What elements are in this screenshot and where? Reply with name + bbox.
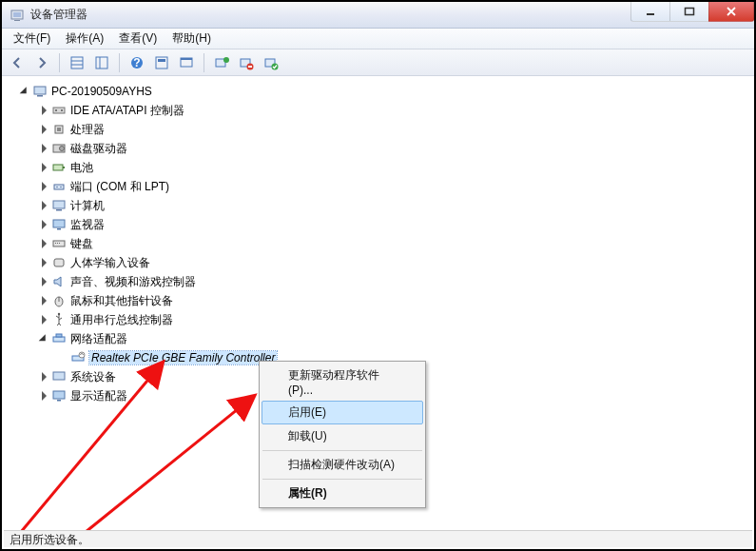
tree-item-label: 网络适配器 [70, 331, 127, 347]
svg-rect-50 [56, 334, 62, 337]
tree-item-label: 处理器 [70, 122, 105, 138]
tree-item-network[interactable]: 网络适配器 [6, 329, 750, 348]
expander-right-icon[interactable] [38, 105, 49, 116]
cm-update-driver[interactable]: 更新驱动程序软件(P)... [262, 364, 423, 401]
window-icon[interactable] [175, 52, 198, 73]
tree-item[interactable]: 键盘 [6, 234, 750, 253]
tree-item[interactable]: 人体学输入设备 [6, 253, 750, 272]
svg-rect-54 [53, 391, 65, 399]
toolbar: ? [2, 49, 754, 76]
cm-properties-label: 属性(R) [288, 486, 327, 500]
view-list-icon[interactable] [66, 52, 88, 73]
back-button[interactable] [6, 52, 29, 73]
svg-rect-44 [59, 243, 60, 244]
cpu-icon [51, 122, 67, 137]
expander-right-icon[interactable] [38, 181, 49, 192]
window-buttons [631, 2, 754, 28]
svg-text:?: ? [133, 56, 140, 69]
tree-item[interactable]: 电池 [6, 158, 750, 177]
expander-right-icon[interactable] [38, 124, 49, 135]
forward-button[interactable] [30, 52, 53, 73]
close-button[interactable] [708, 2, 754, 22]
tree-item-label: 端口 (COM 和 LPT) [70, 179, 169, 195]
expander-down-icon[interactable] [19, 86, 30, 97]
view-detail-icon[interactable] [90, 52, 113, 73]
svg-rect-55 [57, 400, 61, 402]
tree-item[interactable]: 声音、视频和游戏控制器 [6, 272, 750, 291]
svg-rect-5 [71, 57, 83, 69]
cm-enable[interactable]: 启用(E) [262, 401, 423, 424]
cm-scan[interactable]: 扫描检测硬件改动(A) [262, 453, 423, 477]
keyboard-icon [51, 236, 67, 251]
tree-item[interactable]: 监视器 [6, 215, 750, 234]
svg-rect-34 [54, 185, 64, 189]
tree-item-label: IDE ATA/ATAPI 控制器 [70, 103, 184, 119]
menu-view[interactable]: 查看(V) [111, 29, 165, 49]
expander-right-icon[interactable] [38, 257, 49, 268]
tree-item[interactable]: 处理器 [6, 120, 750, 139]
expander-down-icon[interactable] [38, 333, 49, 344]
scan-icon[interactable] [210, 52, 233, 73]
network-adapter-icon [70, 350, 86, 365]
usb-icon [51, 312, 67, 327]
tree-item-label: 鼠标和其他指针设备 [70, 293, 173, 309]
expander-right-icon[interactable] [38, 371, 49, 383]
network-icon [51, 331, 67, 346]
tree-item[interactable]: 计算机 [6, 196, 750, 215]
svg-rect-3 [647, 13, 654, 15]
tree-item[interactable]: IDE ATA/ATAPI 控制器 [6, 101, 750, 120]
expander-right-icon[interactable] [38, 390, 49, 402]
tree-item-label: 通用串行总线控制器 [70, 312, 173, 328]
menu-action[interactable]: 操作(A) [58, 29, 111, 49]
svg-point-26 [55, 109, 57, 111]
expander-right-icon[interactable] [38, 295, 49, 306]
context-menu: 更新驱动程序软件(P)... 启用(E) 卸载(U) 扫描检测硬件改动(A) 属… [259, 361, 426, 508]
menu-help[interactable]: 帮助(H) [165, 29, 219, 49]
tree-item[interactable]: 磁盘驱动器 [6, 139, 750, 158]
tree-root[interactable]: PC-20190509AYHS [6, 82, 750, 101]
svg-rect-33 [63, 167, 65, 168]
svg-rect-8 [96, 57, 107, 69]
expander-right-icon[interactable] [38, 219, 49, 230]
svg-point-17 [223, 57, 229, 63]
tree-item-label: 人体学输入设备 [70, 255, 150, 271]
tree-item-label: 显示适配器 [70, 388, 127, 404]
svg-rect-45 [54, 259, 64, 266]
monitor-icon [51, 217, 67, 232]
svg-rect-2 [14, 20, 20, 21]
cm-uninstall[interactable]: 卸载(U) [262, 424, 423, 448]
expander-right-icon[interactable] [38, 162, 49, 173]
expander-right-icon[interactable] [38, 143, 49, 154]
tree-device-label: Realtek PCIe GBE Family Controller [89, 351, 277, 364]
tree-item-label: 键盘 [70, 236, 93, 252]
expander-right-icon[interactable] [38, 314, 49, 325]
svg-point-36 [60, 187, 62, 188]
svg-rect-23 [34, 87, 46, 94]
disk-icon [51, 141, 67, 156]
statusbar: 启用所选设备。 [4, 530, 752, 547]
tree-item[interactable]: 鼠标和其他指针设备 [6, 291, 750, 310]
cm-properties[interactable]: 属性(R) [262, 482, 423, 505]
tree-item[interactable]: 通用串行总线控制器 [6, 310, 750, 329]
tree-item[interactable]: 端口 (COM 和 LPT) [6, 177, 750, 196]
disable-icon[interactable] [235, 52, 258, 73]
svg-rect-38 [56, 209, 62, 211]
svg-point-35 [56, 187, 58, 188]
svg-rect-25 [53, 108, 65, 113]
expander-right-icon[interactable] [38, 200, 49, 211]
svg-rect-53 [53, 372, 65, 380]
enable-icon[interactable] [260, 52, 282, 73]
menu-file[interactable]: 文件(F) [6, 29, 58, 49]
maximize-button[interactable] [669, 2, 709, 22]
svg-rect-24 [37, 95, 43, 97]
properties-icon[interactable] [150, 52, 173, 73]
minimize-button[interactable] [630, 2, 670, 22]
pc-icon [51, 198, 67, 213]
toolbar-separator [59, 53, 60, 72]
help-icon[interactable]: ? [126, 52, 148, 73]
expander-right-icon[interactable] [38, 238, 49, 249]
svg-rect-39 [53, 220, 65, 227]
expander-right-icon[interactable] [38, 276, 49, 287]
svg-rect-43 [57, 243, 58, 244]
mouse-icon [51, 293, 67, 308]
